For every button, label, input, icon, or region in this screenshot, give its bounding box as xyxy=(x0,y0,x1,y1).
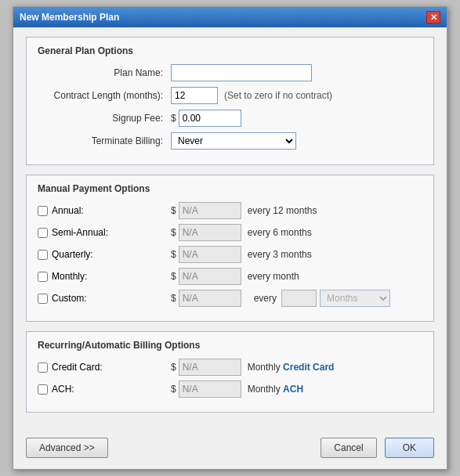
signup-fee-row: Signup Fee: $ xyxy=(38,110,422,127)
custom-row: Custom: $ every Months xyxy=(38,290,422,307)
ok-button[interactable]: OK xyxy=(385,438,434,458)
monthly-amount-area: $ every month xyxy=(171,268,299,285)
custom-every-input[interactable] xyxy=(281,290,317,307)
annual-checkbox-area: Annual: xyxy=(38,205,171,216)
annual-amount-area: $ every 12 months xyxy=(171,202,317,219)
monthly-label: Monthly: xyxy=(52,271,87,282)
monthly-checkbox-area: Monthly: xyxy=(38,271,171,282)
dialog-body: General Plan Options Plan Name: Contract… xyxy=(13,27,447,431)
annual-checkbox[interactable] xyxy=(38,206,48,216)
custom-amount-input[interactable] xyxy=(179,290,241,307)
custom-amount-area: $ every Months xyxy=(171,290,390,307)
ach-amount-area: $ Monthly ACH xyxy=(171,380,303,398)
ach-checkbox[interactable] xyxy=(38,384,48,395)
close-button[interactable]: ✕ xyxy=(426,11,440,23)
annual-label: Annual: xyxy=(52,205,84,216)
quarterly-checkbox-area: Quarterly: xyxy=(38,249,171,260)
ach-checkbox-area: ACH: xyxy=(38,384,171,395)
custom-checkbox[interactable] xyxy=(38,294,48,304)
credit-card-checkbox[interactable] xyxy=(38,362,48,373)
monthly-row: Monthly: $ every month xyxy=(38,268,422,285)
credit-card-dollar: $ xyxy=(171,362,176,373)
ach-dollar: $ xyxy=(171,384,176,395)
quarterly-amount-input[interactable] xyxy=(179,246,241,263)
custom-label: Custom: xyxy=(52,293,87,304)
dialog-footer: Advanced >> Cancel OK xyxy=(13,431,447,469)
manual-section-title: Manual Payment Options xyxy=(38,183,422,194)
semi-annual-dollar: $ xyxy=(171,227,176,238)
dialog-window: New Membership Plan ✕ General Plan Optio… xyxy=(13,6,447,470)
ach-label: ACH: xyxy=(52,384,74,395)
plan-name-input[interactable] xyxy=(171,64,312,81)
title-bar: New Membership Plan ✕ xyxy=(13,7,447,27)
signup-dollar: $ xyxy=(171,113,176,124)
custom-months-select[interactable]: Months xyxy=(320,290,390,307)
contract-label: Contract Length (months): xyxy=(38,90,171,101)
custom-dollar: $ xyxy=(171,293,176,304)
plan-name-row: Plan Name: xyxy=(38,64,422,81)
contract-hint: (Set to zero if no contract) xyxy=(224,90,332,101)
ach-row: ACH: $ Monthly ACH xyxy=(38,380,422,398)
plan-name-label: Plan Name: xyxy=(38,67,171,78)
quarterly-dollar: $ xyxy=(171,249,176,260)
credit-card-amount-input[interactable] xyxy=(179,359,241,376)
annual-row: Annual: $ every 12 months xyxy=(38,202,422,219)
contract-input[interactable] xyxy=(171,87,218,104)
monthly-frequency: every month xyxy=(248,271,299,282)
ach-frequency: Monthly ACH xyxy=(248,384,303,395)
monthly-amount-input[interactable] xyxy=(179,268,241,285)
credit-card-amount-area: $ Monthly Credit Card xyxy=(171,359,334,376)
ach-highlight: ACH xyxy=(283,384,303,395)
manual-payment-section: Manual Payment Options Annual: $ every 1… xyxy=(26,175,434,322)
semi-annual-amount-input[interactable] xyxy=(179,224,241,241)
annual-dollar: $ xyxy=(171,205,176,216)
footer-right-buttons: Cancel OK xyxy=(321,438,434,458)
quarterly-frequency: every 3 months xyxy=(248,249,312,260)
terminate-row: Terminate Billing: Never After Contract … xyxy=(38,132,422,150)
recurring-section: Recurring/Automatic Billing Options Cred… xyxy=(26,331,434,413)
semi-annual-checkbox[interactable] xyxy=(38,228,48,238)
annual-amount-input[interactable] xyxy=(179,202,241,219)
quarterly-row: Quarterly: $ every 3 months xyxy=(38,246,422,263)
signup-fee-input[interactable] xyxy=(179,110,241,127)
credit-card-frequency: Monthly Credit Card xyxy=(248,362,335,373)
credit-card-row: Credit Card: $ Monthly Credit Card xyxy=(38,359,422,376)
monthly-dollar: $ xyxy=(171,271,176,282)
quarterly-checkbox[interactable] xyxy=(38,250,48,260)
semi-annual-amount-area: $ every 6 months xyxy=(171,224,312,241)
signup-fee-label: Signup Fee: xyxy=(38,113,171,124)
quarterly-amount-area: $ every 3 months xyxy=(171,246,312,263)
general-section: General Plan Options Plan Name: Contract… xyxy=(26,37,434,165)
semi-annual-label: Semi-Annual: xyxy=(52,227,108,238)
custom-every-label: every xyxy=(254,293,277,304)
cancel-button[interactable]: Cancel xyxy=(321,438,376,458)
custom-checkbox-area: Custom: xyxy=(38,293,171,304)
semi-annual-checkbox-area: Semi-Annual: xyxy=(38,227,171,238)
dialog-title: New Membership Plan xyxy=(20,12,119,23)
contract-row: Contract Length (months): (Set to zero i… xyxy=(38,87,422,104)
monthly-checkbox[interactable] xyxy=(38,272,48,282)
semi-annual-frequency: every 6 months xyxy=(248,227,312,238)
terminate-label: Terminate Billing: xyxy=(38,135,171,146)
advanced-button[interactable]: Advanced >> xyxy=(26,438,108,458)
terminate-select[interactable]: Never After Contract Custom xyxy=(171,132,296,150)
credit-card-label: Credit Card: xyxy=(52,362,103,373)
quarterly-label: Quarterly: xyxy=(52,249,93,260)
annual-frequency: every 12 months xyxy=(248,205,317,216)
credit-card-checkbox-area: Credit Card: xyxy=(38,362,171,373)
credit-card-highlight: Credit Card xyxy=(283,362,334,373)
ach-amount-input[interactable] xyxy=(179,380,241,398)
semi-annual-row: Semi-Annual: $ every 6 months xyxy=(38,224,422,241)
general-section-title: General Plan Options xyxy=(38,45,422,56)
recurring-section-title: Recurring/Automatic Billing Options xyxy=(38,340,422,351)
custom-extra: every Months xyxy=(248,290,390,307)
